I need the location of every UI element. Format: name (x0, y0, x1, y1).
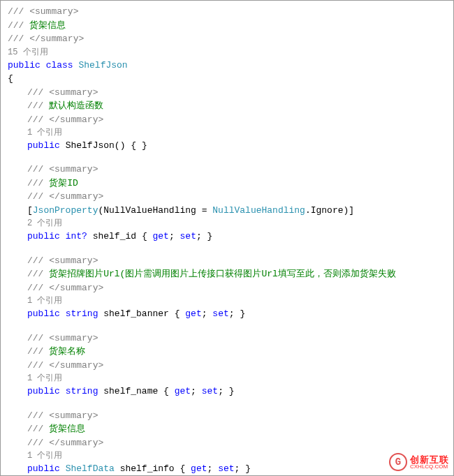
codelens-references[interactable]: 1 个引用 (8, 295, 446, 307)
doc-comment: /// 货架ID (8, 177, 446, 191)
doc-comment: /// <summary> (8, 409, 446, 423)
doc-comment: /// </summary> (8, 113, 446, 127)
doc-comment: /// </summary> (8, 190, 446, 204)
codelens-references[interactable]: 1 个引用 (8, 449, 446, 462)
doc-comment: /// 货架招牌图片Url(图片需调用图片上传接口获得图片Url填写至此，否则添… (8, 267, 446, 281)
watermark-text-cn: 创新互联 (410, 455, 449, 464)
watermark-text-en: CXHLCQ.COM (410, 464, 449, 470)
doc-comment: /// </summary> (8, 32, 446, 46)
attribute: [JsonProperty(NullValueHandling = NullVa… (8, 204, 446, 218)
doc-comment: /// 货架名称 (8, 345, 446, 359)
property: public ShelfData shelf_info { get; set; … (8, 462, 446, 476)
doc-comment: /// <summary> (8, 5, 446, 19)
doc-comment: /// <summary> (8, 86, 446, 100)
codelens-references[interactable]: 1 个引用 (8, 126, 446, 139)
doc-comment: /// </summary> (8, 359, 446, 373)
watermark-icon: G (389, 453, 407, 471)
codelens-references[interactable]: 15 个引用 (8, 46, 446, 59)
doc-comment: /// <summary> (8, 332, 446, 345)
class-declaration: public class ShelfJson (8, 59, 446, 73)
watermark: G 创新互联 CXHLCQ.COM (389, 453, 449, 471)
doc-comment: /// </summary> (8, 436, 446, 450)
constructor: public ShelfJson() { } (8, 139, 446, 153)
doc-comment: /// 货架信息 (8, 422, 446, 436)
doc-comment: /// </summary> (8, 281, 446, 295)
codelens-references[interactable]: 1 个引用 (8, 372, 446, 385)
brace-open: { (8, 72, 446, 86)
doc-comment: /// <summary> (8, 254, 446, 268)
doc-comment: /// <summary> (8, 163, 446, 177)
doc-comment: /// 默认构造函数 (8, 99, 446, 113)
property: public string shelf_name { get; set; } (8, 385, 446, 399)
doc-comment: /// 货架信息 (8, 19, 446, 33)
property: public int? shelf_id { get; set; } (8, 230, 446, 244)
codelens-references[interactable]: 2 个引用 (8, 217, 446, 230)
code-editor: /// <summary> /// 货架信息 /// </summary> 15… (0, 0, 454, 476)
property: public string shelf_banner { get; set; } (8, 307, 446, 321)
